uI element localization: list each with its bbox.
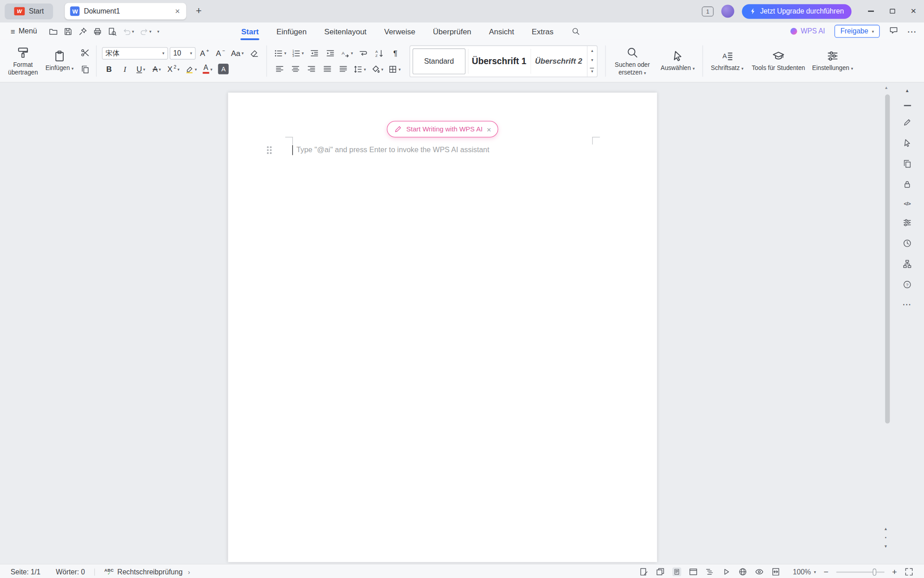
copy-button[interactable] [78, 63, 92, 76]
style-heading2[interactable]: Überschrift 2 [530, 48, 587, 74]
show-marks-button[interactable]: ¶ [388, 47, 402, 60]
tab-start[interactable]: Start [232, 23, 268, 40]
tab-einfuegen[interactable]: Einfügen [268, 23, 315, 40]
history-panel-icon[interactable] [903, 238, 912, 247]
justify-button[interactable] [320, 62, 334, 75]
wps-ai-button[interactable]: WPS AI [790, 27, 825, 35]
select-tool-icon[interactable] [903, 138, 912, 147]
previous-page-icon[interactable]: ▴ [884, 526, 887, 531]
pages-panel-icon[interactable] [903, 159, 912, 168]
eye-protection-icon[interactable] [755, 567, 764, 576]
ribbon-search-button[interactable] [572, 27, 580, 35]
strikethrough-button[interactable]: A▾ [150, 62, 164, 75]
ai-banner-close-icon[interactable]: × [487, 126, 491, 133]
tab-verweise[interactable]: Verweise [375, 23, 424, 40]
redo-button[interactable]: ▾ [138, 24, 154, 38]
format-painter-button[interactable]: Format übertragen [4, 43, 42, 79]
bold-button[interactable]: B [102, 62, 116, 75]
tab-extras[interactable]: Extras [523, 23, 562, 40]
web-layout-view-icon[interactable] [689, 567, 698, 576]
window-switch-icon[interactable] [656, 567, 665, 576]
align-right-button[interactable] [305, 62, 319, 75]
clear-formatting-button[interactable] [247, 47, 261, 60]
open-file-button[interactable] [46, 24, 60, 38]
collapse-panel-icon[interactable]: ▴ [906, 87, 909, 93]
print-button[interactable] [91, 24, 104, 38]
new-tab-button[interactable]: + [196, 5, 202, 17]
print-preview-button[interactable] [106, 24, 119, 38]
undo-button[interactable]: ▾ [120, 24, 136, 38]
align-left-button[interactable] [273, 62, 286, 75]
paragraph-drag-handle[interactable] [267, 146, 272, 154]
account-avatar[interactable] [721, 5, 735, 18]
style-heading1[interactable]: Überschrift 1 [468, 48, 530, 74]
protect-document-icon[interactable] [903, 180, 912, 189]
word-count[interactable]: Wörter: 0 [56, 568, 85, 576]
numbered-list-button[interactable]: 123▾ [290, 47, 306, 60]
code-panel-icon[interactable]: </> [904, 200, 910, 206]
share-button[interactable]: Freigabe ▾ [835, 25, 880, 38]
print-layout-view-icon[interactable] [673, 567, 682, 576]
page-indicator[interactable]: Seite: 1/1 [11, 568, 41, 576]
settings-button[interactable]: Einstellungen ▾ [808, 43, 857, 79]
font-color-button[interactable]: A▾ [200, 62, 214, 75]
zoom-out-button[interactable]: − [823, 568, 828, 576]
tab-ansicht[interactable]: Ansicht [480, 23, 523, 40]
customize-toolbar-button[interactable]: ▾ [155, 24, 162, 38]
align-center-button[interactable] [288, 62, 302, 75]
fit-page-icon[interactable] [772, 567, 781, 576]
close-window-button[interactable]: × [903, 0, 924, 23]
line-spacing-button[interactable]: ▾ [352, 62, 368, 75]
text-direction-button[interactable]: A▾ [339, 47, 355, 60]
character-shading-button[interactable]: A [217, 62, 231, 75]
navigation-panel-icon[interactable] [903, 259, 912, 268]
style-scroll-down-icon[interactable]: ▾ [591, 58, 593, 63]
borders-button[interactable]: ▾ [387, 62, 402, 75]
hide-toolbar-button[interactable] [904, 105, 911, 106]
zoom-slider[interactable] [836, 568, 884, 576]
shrink-font-button[interactable]: A− [213, 47, 227, 60]
fullscreen-icon[interactable] [905, 567, 914, 576]
document-page[interactable]: Start Writing with WPS AI × Type "@ai" a… [228, 93, 657, 562]
find-replace-button[interactable]: Suchen oder ersetzen ▾ [609, 43, 656, 79]
grow-font-button[interactable]: A+ [198, 47, 212, 60]
tab-seitenlayout[interactable]: Seitenlayout [315, 23, 375, 40]
vertical-scrollbar[interactable]: ▴ [884, 85, 890, 551]
shading-button[interactable]: ▾ [370, 62, 385, 75]
wps-ai-banner[interactable]: Start Writing with WPS AI × [387, 121, 498, 138]
spellcheck-expand-icon[interactable]: › [188, 568, 190, 575]
close-tab-icon[interactable]: × [174, 6, 181, 17]
document-tab[interactable]: W Dokument1 × [65, 3, 186, 20]
home-tab[interactable]: W Start [5, 3, 53, 19]
style-scroll-up-icon[interactable]: ▴ [591, 48, 593, 53]
window-count-badge[interactable]: 1 [702, 6, 713, 16]
help-icon[interactable]: ? [903, 280, 912, 289]
cut-button[interactable] [78, 47, 92, 60]
save-button[interactable] [61, 24, 75, 38]
select-button[interactable]: Auswählen ▾ [656, 43, 700, 79]
maximize-button[interactable] [882, 0, 903, 23]
underline-button[interactable]: U▾ [134, 62, 148, 75]
browse-object-icon[interactable]: • [885, 535, 887, 541]
upgrade-button[interactable]: Jetzt Upgrade durchführen [742, 4, 851, 19]
font-name-select[interactable]: 宋体 ▾ [102, 47, 168, 59]
menu-button[interactable]: ≡ Menü [5, 27, 43, 36]
distribute-button[interactable] [336, 62, 350, 75]
read-mode-icon[interactable] [722, 567, 731, 576]
font-size-select[interactable]: 10 ▾ [170, 47, 195, 59]
edit-tools-icon[interactable] [903, 118, 912, 127]
next-page-icon[interactable]: ▾ [884, 544, 887, 549]
more-panels-icon[interactable]: ··· [903, 301, 912, 309]
zoom-level-button[interactable]: 100% ▾ [793, 568, 816, 576]
comments-button[interactable] [889, 26, 898, 37]
web-preview-icon[interactable] [739, 567, 748, 576]
adjust-panel-icon[interactable] [903, 218, 912, 227]
change-case-button[interactable]: Aa▾ [229, 47, 245, 60]
scrollbar-thumb[interactable] [885, 94, 890, 424]
ink-edit-icon[interactable] [640, 567, 649, 576]
zoom-in-button[interactable]: + [892, 568, 897, 576]
decrease-indent-button[interactable] [307, 47, 321, 60]
highlight-button[interactable]: ▾ [183, 62, 199, 75]
style-gallery-more-icon[interactable]: ▾ [590, 68, 594, 74]
bullet-list-button[interactable]: ▾ [273, 47, 288, 60]
